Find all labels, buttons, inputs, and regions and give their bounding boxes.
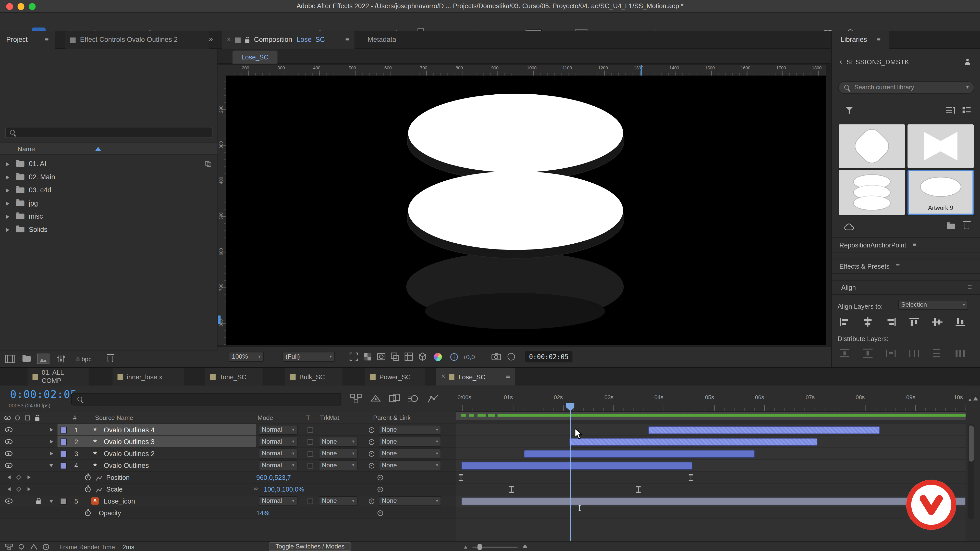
preserve-transparency-checkbox[interactable]: [307, 427, 313, 433]
tab-effect-controls[interactable]: Effect Controls Ovalo Outlines 2: [65, 31, 209, 49]
adjustment-icon[interactable]: [57, 355, 65, 363]
pick-whip-icon[interactable]: [369, 439, 374, 445]
align-vcenter-button[interactable]: [932, 317, 942, 327]
stopwatch-icon[interactable]: [85, 510, 91, 516]
pick-whip-icon[interactable]: [369, 499, 374, 504]
chevron-down-icon[interactable]: ▾: [966, 84, 969, 90]
parent-dropdown[interactable]: None: [379, 496, 441, 506]
snapshot-camera-icon[interactable]: [491, 352, 501, 360]
folder-row[interactable]: 02. Main: [0, 171, 218, 184]
layer-name[interactable]: Lose_icon: [104, 497, 135, 505]
library-name[interactable]: SESSIONS_DMSTK: [846, 58, 909, 66]
bpc-label[interactable]: 8 bpc: [76, 355, 92, 362]
filter-icon[interactable]: [845, 106, 853, 114]
stopwatch-icon[interactable]: [85, 487, 91, 492]
property-label[interactable]: Scale: [106, 486, 123, 493]
layer-name[interactable]: Ovalo Outlines 2: [104, 450, 155, 458]
trkmat-dropdown[interactable]: None: [319, 448, 358, 458]
align-left-button[interactable]: [839, 317, 850, 327]
disclosure-triangle-icon[interactable]: [49, 500, 53, 503]
close-tab-icon[interactable]: ×: [227, 36, 231, 44]
scale-value[interactable]: 100,0,100,0%: [264, 486, 304, 493]
panel-menu-icon[interactable]: ≡: [345, 36, 349, 44]
preview-timecode[interactable]: 0:00:02:05: [525, 351, 573, 362]
disclosure-triangle-icon[interactable]: [50, 428, 53, 432]
label-color-swatch[interactable]: [60, 438, 67, 445]
current-timecode[interactable]: 0:00:02:05: [10, 388, 77, 401]
draft-3d-icon[interactable]: [370, 394, 381, 403]
layer-duration-bar[interactable]: [461, 497, 966, 505]
horizontal-ruler[interactable]: 200 300 400 500 600 700 800 900 1000 110…: [226, 65, 826, 76]
timeline-zoom-handle[interactable]: [477, 544, 482, 550]
tab-libraries[interactable]: Libraries ≡: [832, 31, 889, 49]
property-label[interactable]: Opacity: [99, 509, 121, 517]
close-window-button[interactable]: [6, 3, 13, 10]
trkmat-dropdown[interactable]: None: [319, 496, 358, 506]
folder-name[interactable]: 02. Main: [29, 173, 55, 181]
library-header-row[interactable]: ‹ SESSIONS_DMSTK: [832, 54, 980, 70]
align-hcenter-button[interactable]: [862, 317, 873, 327]
folder-name[interactable]: 03. c4d: [29, 186, 51, 194]
next-keyframe-icon[interactable]: [27, 475, 30, 479]
label-color-swatch[interactable]: [60, 498, 67, 505]
panel-menu-icon[interactable]: ≡: [45, 36, 49, 44]
keyframe[interactable]: [459, 474, 463, 481]
trash-icon[interactable]: [108, 356, 113, 362]
close-tab-icon[interactable]: ×: [441, 373, 445, 381]
parent-dropdown[interactable]: None: [379, 425, 441, 435]
new-composition-icon[interactable]: [37, 354, 49, 364]
vertical-ruler[interactable]: 200 300 400 500 600 700 800: [218, 76, 226, 345]
layer-visibility-icon[interactable]: [5, 499, 13, 503]
section-menu-icon[interactable]: ≡: [968, 283, 972, 291]
library-item-bowtie[interactable]: [907, 124, 974, 168]
distribute-vcenter-button[interactable]: [862, 348, 873, 358]
blend-mode-dropdown[interactable]: Normal: [259, 437, 298, 447]
sort-list-icon[interactable]: [946, 106, 955, 114]
col-t[interactable]: T: [306, 414, 310, 422]
pick-whip-icon[interactable]: [369, 427, 374, 433]
opacity-value[interactable]: 14%: [256, 509, 269, 517]
link-dimensions-icon[interactable]: ∞: [254, 486, 258, 492]
tab-overflow-icon[interactable]: »: [209, 35, 213, 43]
section-menu-icon[interactable]: ≡: [896, 262, 900, 270]
layer-name[interactable]: Ovalo Outlines: [104, 462, 149, 470]
label-color-swatch[interactable]: [60, 462, 67, 469]
show-snapshot-icon[interactable]: [508, 353, 515, 360]
motion-blur-icon[interactable]: [407, 394, 419, 403]
align-right-button[interactable]: [886, 317, 896, 327]
prev-keyframe-icon[interactable]: [7, 487, 11, 491]
color-management-icon[interactable]: [434, 353, 442, 361]
label-color-swatch[interactable]: [60, 427, 67, 433]
graph-editor-icon[interactable]: [428, 394, 439, 403]
blend-mode-dropdown[interactable]: Normal: [259, 448, 298, 458]
blend-mode-dropdown[interactable]: Normal: [259, 425, 298, 435]
folder-row[interactable]: 01. AI: [0, 157, 218, 170]
pick-whip-icon[interactable]: [369, 451, 374, 457]
tab-composition[interactable]: × Composition Lose_SC ≡: [222, 31, 354, 49]
scrollbar-thumb[interactable]: [969, 426, 974, 462]
magnification-dropdown[interactable]: 100%: [229, 352, 264, 362]
frame-blending-icon[interactable]: [389, 394, 400, 403]
notifications-icon[interactable]: [18, 544, 25, 551]
mask-visibility-icon[interactable]: [376, 352, 386, 362]
sync-cloud-icon[interactable]: [843, 222, 854, 230]
disclosure-triangle-icon[interactable]: [6, 162, 9, 166]
tab-comp-power[interactable]: Power_SC: [365, 368, 425, 386]
offset-value[interactable]: +0,0: [463, 354, 475, 361]
layer-visibility-icon[interactable]: [5, 463, 13, 468]
stopwatch-icon[interactable]: [85, 475, 91, 480]
distribute-top-button[interactable]: [839, 348, 850, 358]
layer-row-2[interactable]: 2 ★ Ovalo Outlines 3 Normal None None: [0, 436, 456, 448]
keyframe[interactable]: [509, 486, 514, 493]
interpret-footage-icon[interactable]: [5, 355, 15, 363]
panel-menu-icon[interactable]: ≡: [877, 36, 881, 44]
disclosure-triangle-icon[interactable]: [6, 214, 9, 218]
timeline-search-field[interactable]: [71, 393, 341, 405]
transparency-grid-icon[interactable]: [363, 352, 372, 362]
label-color-swatch[interactable]: [60, 451, 67, 457]
disclosure-triangle-icon[interactable]: [6, 202, 9, 205]
col-source-name[interactable]: Source Name: [95, 414, 133, 422]
parent-dropdown[interactable]: None: [379, 460, 441, 470]
tab-metadata[interactable]: Metadata: [360, 31, 404, 49]
align-to-dropdown[interactable]: Selection: [898, 300, 968, 310]
